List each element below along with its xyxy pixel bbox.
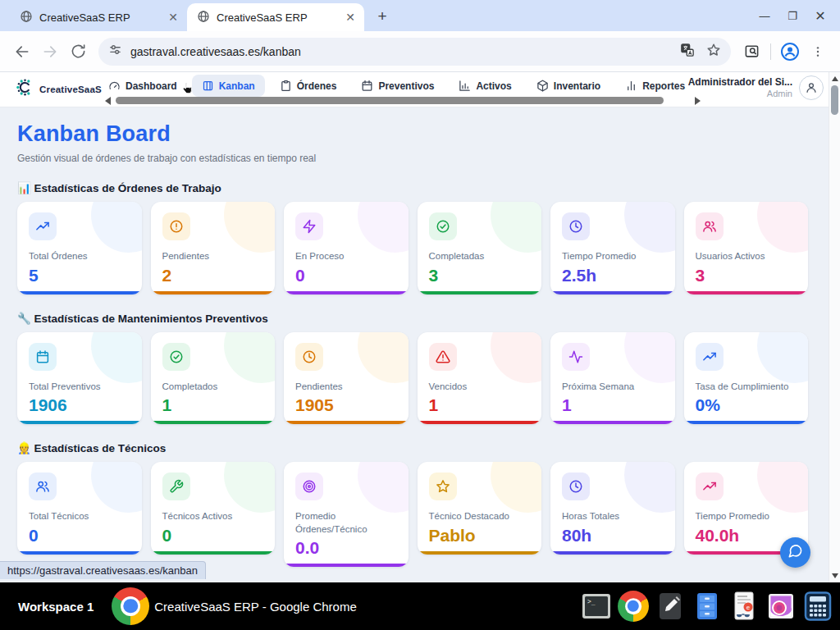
calculator-icon[interactable] <box>802 591 833 622</box>
page-subtitle: Gestión visual de órdenes de trabajo con… <box>17 153 808 164</box>
calendar-icon <box>361 80 373 92</box>
users-icon <box>696 212 724 240</box>
scrollbar-thumb[interactable] <box>831 85 838 115</box>
stat-label: Pendientes <box>162 250 265 263</box>
url-text[interactable]: gastraval.creativesaas.es/kanban <box>130 45 672 58</box>
tab-title: CreativeSaaS ERP <box>217 11 336 24</box>
nav-item-reportes[interactable]: Reportes <box>615 75 695 97</box>
stat-label: Vencidos <box>429 381 532 394</box>
scrollbar-thumb[interactable] <box>116 97 664 104</box>
browser-tab-active[interactable]: CreativeSaaS ERP ✕ <box>187 3 364 31</box>
section-heading: 👷 Estadísticas de Técnicos <box>17 441 808 454</box>
bookmark-star-icon[interactable] <box>706 43 721 61</box>
stat-label: Total Técnicos <box>29 510 131 523</box>
tab-close-icon[interactable]: ✕ <box>166 10 180 25</box>
stat-value: Pablo <box>429 526 532 546</box>
message-circle-icon <box>788 543 803 562</box>
card-decor <box>224 462 275 513</box>
stats-sections: 📊 Estadísticas de Órdenes de TrabajoTota… <box>17 181 808 567</box>
tab-close-icon[interactable]: ✕ <box>343 10 358 25</box>
stat-value: 40.0h <box>696 526 798 546</box>
app-navbar: CreativeSaaS DashboardKanbanÓrdenesPreve… <box>0 72 829 107</box>
forward-button[interactable] <box>36 38 64 66</box>
search-tabs-icon[interactable] <box>737 38 765 66</box>
nav-item-kanban[interactable]: Kanban <box>192 75 265 97</box>
chart-icon <box>459 80 471 92</box>
nav-item-inventario[interactable]: Inventario <box>527 75 610 97</box>
stat-label: Tiempo Promedio <box>696 510 798 523</box>
nav-item-dashboard[interactable]: Dashboard <box>105 75 187 97</box>
card-decor <box>624 462 675 513</box>
clock-icon <box>295 343 323 371</box>
stat-value: 2.5h <box>562 266 664 285</box>
stat-card: Próxima Semana1 <box>550 332 675 425</box>
nav-item-ordenes[interactable]: Órdenes <box>270 75 347 97</box>
card-accent-bar <box>17 421 142 424</box>
active-window-title[interactable]: CreativeSaaS ERP - Google Chrome <box>154 600 357 614</box>
image-viewer-icon[interactable] <box>765 591 797 622</box>
svg-text:>_: >_ <box>587 598 596 605</box>
file-manager-icon[interactable] <box>692 591 723 622</box>
taskbar-tray: >_ e <box>581 591 840 622</box>
back-button[interactable] <box>8 38 36 66</box>
tune-icon[interactable] <box>108 43 122 60</box>
stat-card: Tasa de Cumplimiento0% <box>684 332 809 425</box>
nav-item-activos[interactable]: Activos <box>449 75 521 97</box>
stat-label: Total Órdenes <box>29 250 131 263</box>
address-bar[interactable]: gastraval.creativesaas.es/kanban <box>98 38 731 66</box>
restore-button[interactable]: ❐ <box>783 10 802 22</box>
scroll-down-icon[interactable] <box>832 573 838 578</box>
card-accent-bar <box>550 291 675 294</box>
stat-card: Pendientes2 <box>151 202 276 294</box>
card-accent-bar <box>550 551 675 555</box>
card-decor <box>358 202 409 253</box>
user-avatar-icon[interactable] <box>799 75 824 100</box>
stat-value: 5 <box>29 266 131 285</box>
page-title: Kanban Board <box>17 121 808 147</box>
card-accent-bar <box>684 421 809 424</box>
stat-value: 0 <box>162 526 265 546</box>
clock-icon <box>562 212 590 240</box>
stat-card: Total Técnicos0 <box>17 462 142 555</box>
card-decor <box>358 332 409 383</box>
nav-item-preventivos[interactable]: Preventivos <box>351 75 444 97</box>
kanban-icon <box>202 80 214 92</box>
menu-kebab-icon[interactable] <box>804 38 832 66</box>
user-menu[interactable]: Administrador del Si... Admin <box>688 75 824 100</box>
zap-icon <box>295 212 323 240</box>
reload-button[interactable] <box>64 38 92 66</box>
text-editor-icon[interactable] <box>655 591 686 622</box>
trending-up-icon <box>29 212 57 240</box>
bar-chart-icon <box>625 80 637 92</box>
translate-icon[interactable] <box>680 43 695 61</box>
chrome-icon[interactable] <box>618 591 649 622</box>
stat-value: 3 <box>696 266 798 285</box>
new-tab-button[interactable]: + <box>371 5 394 28</box>
card-decor <box>91 462 142 513</box>
status-bar-url: https://gastraval.creativesaas.es/kanban <box>0 561 206 579</box>
brand-logo[interactable]: CreativeSaaS <box>8 75 108 103</box>
trending-up-icon <box>696 343 724 371</box>
chat-fab-button[interactable] <box>780 537 810 568</box>
stat-value: 1906 <box>29 395 131 415</box>
profile-avatar[interactable] <box>776 38 804 66</box>
scroll-left-icon[interactable] <box>105 97 111 105</box>
card-accent-bar <box>284 421 409 424</box>
stat-label: Usuarios Activos <box>696 250 798 263</box>
minimize-button[interactable]: — <box>755 10 774 22</box>
clipboard-icon <box>280 80 292 92</box>
dashboard-icon <box>108 80 121 92</box>
stat-label: Técnicos Activos <box>162 510 265 523</box>
calendar-icon <box>29 343 57 371</box>
stat-value: 1 <box>562 395 664 415</box>
stat-card: En Proceso0 <box>284 202 409 294</box>
document-viewer-icon[interactable]: e <box>728 591 760 622</box>
scroll-up-icon[interactable] <box>832 76 838 81</box>
page-vertical-scrollbar[interactable] <box>829 72 840 582</box>
close-button[interactable]: ✕ <box>810 8 830 24</box>
terminal-icon[interactable]: >_ <box>581 591 612 622</box>
browser-tab-inactive[interactable]: CreativeSaaS ERP ✕ <box>10 3 187 31</box>
stat-card: Técnico DestacadoPablo <box>418 462 542 555</box>
stat-label: Tasa de Cumplimiento <box>696 381 798 394</box>
chrome-window-icon[interactable] <box>112 587 149 625</box>
